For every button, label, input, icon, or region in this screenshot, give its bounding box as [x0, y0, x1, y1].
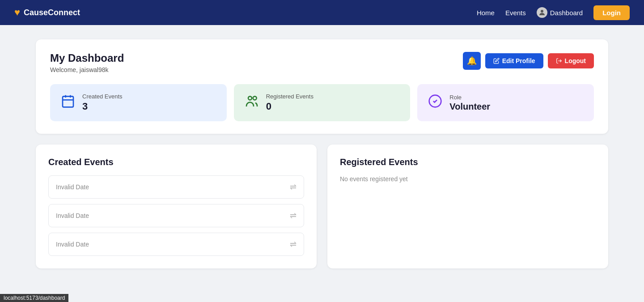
heart-icon: ♥	[14, 7, 20, 18]
event-date-2: Invalid Date	[56, 212, 89, 219]
check-circle-icon	[428, 94, 442, 111]
stat-role-info: Role Volunteer	[449, 94, 490, 112]
brand: ♥ CauseConnect	[14, 7, 80, 18]
event-item: Invalid Date ⇌	[48, 175, 304, 199]
toggle-icon-1[interactable]: ⇌	[290, 182, 297, 192]
toggle-icon-2[interactable]: ⇌	[290, 211, 297, 221]
event-item: Invalid Date ⇌	[48, 233, 304, 256]
status-bar: localhost:5173/dashboard	[0, 294, 68, 302]
stat-created-events: Created Events 3	[50, 84, 227, 121]
welcome-text: Welcome, jaiswal98k	[50, 66, 124, 73]
created-events-list: Invalid Date ⇌ Invalid Date ⇌ Invalid Da…	[48, 175, 304, 256]
stat-registered-info: Registered Events 0	[266, 93, 314, 112]
nav-home-link[interactable]: Home	[477, 9, 495, 17]
login-button[interactable]: Login	[593, 5, 630, 20]
nav-events-link[interactable]: Events	[505, 9, 526, 17]
brand-name: CauseConnect	[24, 8, 80, 17]
stat-registered-events: Registered Events 0	[234, 84, 411, 121]
stat-created-label: Created Events	[82, 93, 123, 100]
no-events-message: No events registered yet	[340, 175, 596, 183]
svg-point-6	[248, 96, 252, 100]
stat-created-value: 3	[82, 101, 123, 112]
created-events-panel: Created Events Invalid Date ⇌ Invalid Da…	[36, 145, 317, 268]
svg-point-7	[253, 96, 256, 100]
logout-button[interactable]: Logout	[548, 53, 594, 68]
pencil-icon	[493, 58, 500, 64]
edit-profile-button[interactable]: Edit Profile	[485, 53, 543, 68]
logout-icon	[556, 58, 562, 64]
people-icon	[245, 94, 259, 111]
edit-profile-label: Edit Profile	[502, 57, 535, 64]
dashboard-card: My Dashboard Welcome, jaiswal98k 🔔 Edit …	[36, 39, 608, 134]
dashboard-actions: 🔔 Edit Profile Logout	[463, 52, 594, 70]
bell-button[interactable]: 🔔	[463, 52, 481, 70]
dashboard-header: My Dashboard Welcome, jaiswal98k 🔔 Edit …	[50, 52, 594, 73]
nav-right: Home Events Dashboard Login	[477, 5, 630, 20]
nav-dashboard-link[interactable]: Dashboard	[537, 7, 583, 18]
event-item: Invalid Date ⇌	[48, 204, 304, 227]
event-date-3: Invalid Date	[56, 241, 89, 248]
stat-role-value: Volunteer	[449, 102, 490, 112]
navbar: ♥ CauseConnect Home Events Dashboard Log…	[0, 0, 644, 25]
page-title: My Dashboard	[50, 52, 124, 64]
svg-point-0	[541, 10, 543, 13]
nav-dashboard-label: Dashboard	[550, 9, 583, 17]
stat-registered-value: 0	[266, 101, 314, 112]
stat-created-info: Created Events 3	[82, 93, 123, 112]
toggle-icon-3[interactable]: ⇌	[290, 239, 297, 249]
stats-row: Created Events 3 Registered Events 0	[50, 84, 594, 121]
calendar-icon	[61, 94, 75, 111]
dashboard-title-area: My Dashboard Welcome, jaiswal98k	[50, 52, 124, 73]
stat-role: Role Volunteer	[417, 84, 594, 121]
created-events-title: Created Events	[48, 157, 304, 167]
event-date-1: Invalid Date	[56, 183, 89, 191]
logout-label: Logout	[565, 57, 586, 64]
events-row: Created Events Invalid Date ⇌ Invalid Da…	[36, 145, 608, 268]
nav-avatar-icon	[537, 7, 547, 18]
stat-registered-label: Registered Events	[266, 93, 314, 100]
registered-events-title: Registered Events	[340, 157, 596, 167]
stat-role-label: Role	[449, 94, 490, 101]
svg-rect-2	[63, 96, 73, 107]
main-content: My Dashboard Welcome, jaiswal98k 🔔 Edit …	[0, 25, 644, 283]
registered-events-panel: Registered Events No events registered y…	[327, 145, 608, 268]
